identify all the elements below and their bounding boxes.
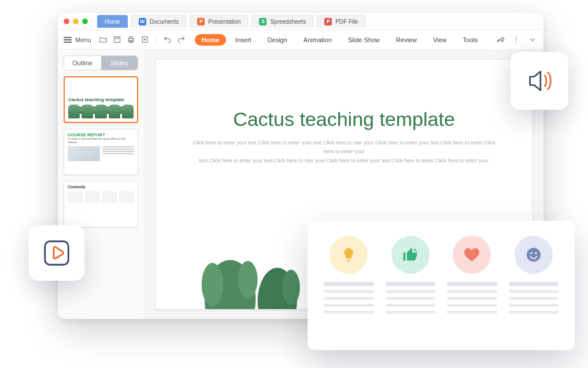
thumb-2[interactable]: COURSE REPORT in order to demonstrate th…	[64, 129, 138, 176]
app-tab-spreadsheets[interactable]: S Spreedsheets	[252, 15, 313, 28]
redo-icon[interactable]	[176, 35, 187, 45]
svg-point-6	[516, 39, 517, 40]
ribbon: Home Insert Design Animation Slide Show …	[195, 34, 485, 46]
app-tab-label: Spreedsheets	[270, 18, 306, 25]
ribbon-home[interactable]: Home	[195, 34, 227, 46]
toggle-slides[interactable]: Slides	[101, 56, 138, 70]
info-col-heart[interactable]	[447, 236, 497, 339]
app-tab-home[interactable]: Home	[97, 15, 128, 28]
svg-point-9	[202, 263, 223, 306]
thumb-1[interactable]: Cactus teaching template	[64, 76, 138, 123]
smile-icon	[515, 236, 553, 274]
thumb-numbers	[68, 191, 134, 203]
app-tab-label: Home	[105, 18, 120, 25]
titlebar: Home W Documents P Presentation S Spreed…	[58, 13, 543, 30]
info-lines	[447, 282, 497, 314]
thumb-subtitle: in order to demonstrate the good effect …	[68, 137, 134, 144]
ribbon-tools[interactable]: Tools	[456, 34, 485, 46]
bulb-icon	[330, 236, 368, 274]
svg-point-21	[527, 248, 541, 262]
ribbon-slideshow[interactable]: Slide Show	[341, 34, 387, 46]
info-lines	[324, 282, 374, 314]
ribbon-view[interactable]: View	[426, 34, 454, 46]
play-icon	[41, 237, 72, 269]
heart-icon	[453, 236, 491, 274]
svg-point-10	[238, 261, 258, 299]
share-icon[interactable]	[495, 35, 505, 45]
slide-title: Cactus teaching template	[233, 108, 455, 131]
svg-rect-2	[130, 37, 132, 39]
info-col-smile[interactable]	[509, 236, 559, 339]
print-icon[interactable]	[126, 35, 136, 45]
thumb-title: Cactus teaching template	[68, 97, 134, 102]
thumb-lines	[102, 146, 135, 161]
minimize-window-button[interactable]	[73, 18, 79, 24]
maximize-window-button[interactable]	[82, 18, 88, 24]
svg-rect-0	[114, 37, 120, 43]
divider	[156, 35, 157, 45]
svg-point-23	[535, 252, 537, 254]
thumb-cacti	[68, 105, 134, 118]
hamburger-icon[interactable]	[64, 37, 72, 43]
svg-point-12	[282, 270, 300, 305]
more-icon[interactable]	[511, 35, 522, 45]
svg-rect-18	[45, 241, 69, 265]
info-col-idea[interactable]	[324, 236, 374, 339]
thumb-title: COURSE REPORT	[68, 133, 134, 137]
thumbs-up-icon	[391, 236, 430, 274]
presentation-icon: P	[197, 18, 205, 25]
undo-icon[interactable]	[162, 35, 173, 45]
chevron-down-icon[interactable]	[527, 35, 538, 45]
info-col-thumbs[interactable]	[386, 236, 436, 339]
thumbnails: Cactus teaching template COURSE REPORT i…	[58, 76, 144, 319]
play-card[interactable]	[29, 225, 84, 281]
thumb-title: Contents	[68, 185, 134, 189]
ribbon-animation[interactable]: Animation	[297, 34, 339, 46]
window-controls	[64, 18, 88, 24]
open-icon[interactable]	[98, 35, 109, 45]
info-lines	[509, 282, 559, 314]
info-panel	[308, 221, 575, 350]
pdf-icon: P	[324, 18, 332, 25]
save-icon[interactable]	[112, 35, 123, 45]
app-tab-label: Documents	[150, 18, 179, 25]
speaker-icon	[523, 64, 556, 98]
spreadsheets-icon: S	[259, 18, 267, 25]
toolbar: Menu Home Insert Design Animation Slide …	[58, 30, 543, 50]
toggle-outline[interactable]: Outline	[64, 56, 101, 70]
app-tab-pdf[interactable]: P PDF File	[317, 15, 365, 28]
slide-description-2: text.Click here to enter your text.Click…	[199, 157, 489, 165]
app-tab-label: Presentation	[208, 18, 241, 25]
close-window-button[interactable]	[64, 18, 69, 24]
ribbon-review[interactable]: Review	[389, 34, 424, 46]
side-toggle: Outline Slides	[64, 55, 138, 70]
thumb-3[interactable]: Contents	[64, 181, 138, 228]
info-lines	[386, 282, 436, 314]
ribbon-design[interactable]: Design	[261, 34, 294, 46]
svg-point-5	[516, 36, 517, 38]
ribbon-insert[interactable]: Insert	[228, 34, 258, 46]
app-tab-documents[interactable]: W Documents	[131, 15, 187, 28]
speaker-card[interactable]	[511, 52, 568, 110]
svg-point-19	[414, 249, 416, 251]
menu-label[interactable]: Menu	[75, 36, 91, 43]
app-tab-presentation[interactable]: P Presentation	[190, 15, 248, 28]
thumb-image	[68, 146, 100, 161]
export-icon[interactable]	[140, 35, 150, 45]
svg-point-20	[416, 251, 417, 253]
svg-point-22	[530, 252, 532, 254]
documents-icon: W	[139, 18, 146, 25]
svg-point-7	[516, 42, 517, 43]
app-tab-label: PDF File	[335, 18, 358, 25]
slide-description-1: Click here to enter your text.Click here…	[188, 139, 500, 157]
